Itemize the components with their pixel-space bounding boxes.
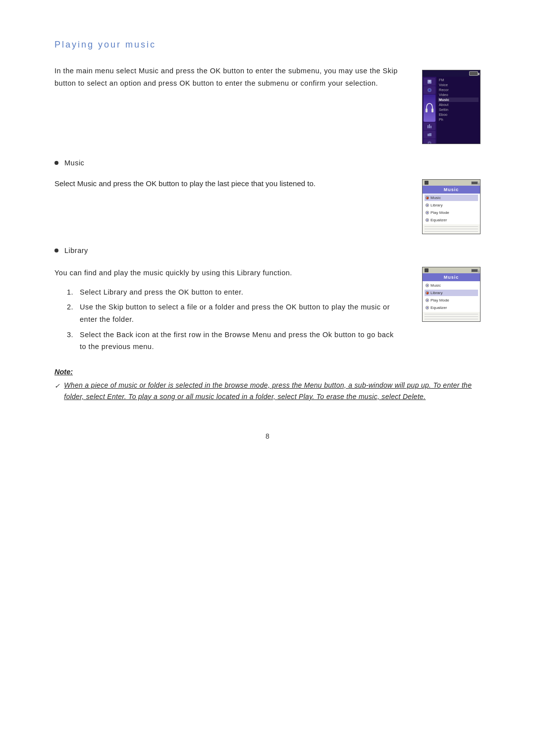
radio2-library-filled — [426, 291, 429, 295]
submenu2-title: Music — [423, 273, 480, 281]
device-icon-folder — [424, 131, 435, 139]
battery-icon-2 — [471, 181, 478, 185]
step-1: 1. Select Library and press the OK butto… — [64, 286, 402, 299]
device-icon-music — [424, 86, 435, 94]
submenu1-item-library: Library — [425, 202, 478, 208]
divider-3 — [425, 231, 478, 232]
submenu2-item-library: Library — [425, 290, 478, 296]
svg-rect-8 — [429, 124, 430, 128]
menu-item-music: Music — [438, 98, 479, 102]
submenu1-item-equalizer: Equalizer — [425, 217, 478, 223]
submenu2-item-music: Music — [425, 282, 478, 289]
device-icon-notes — [424, 78, 435, 86]
svg-point-11 — [428, 142, 431, 145]
divider-6 — [425, 319, 478, 319]
menu-item-settings: Settin — [438, 107, 479, 112]
divider-5 — [425, 316, 478, 317]
device-icon-headphones — [424, 95, 435, 122]
menu-item-ebook: Eboo — [438, 112, 479, 117]
bullet-1-label: Music — [64, 159, 84, 167]
page-title: Playing your music — [54, 40, 481, 50]
note-text: When a piece of music or folder is selec… — [64, 380, 481, 403]
device-icon-eq — [424, 122, 435, 130]
library-steps: 1. Select Library and press the OK butto… — [64, 286, 402, 353]
device-screenshot-main-menu: FM Voice Recor Video Music About Settin … — [422, 70, 481, 144]
bullet-dot-1 — [54, 161, 58, 165]
bullet-section-library: Library — [54, 247, 481, 254]
bullet-section-music: Music — [54, 159, 481, 167]
svg-point-4 — [428, 89, 430, 91]
note-section: Note: ✓ When a piece of music or folder … — [54, 368, 481, 403]
menu-item-fm: FM — [438, 78, 479, 82]
menu-item-phone: Ph — [438, 117, 479, 122]
svg-rect-6 — [431, 108, 433, 112]
music-description: Select Music and press the OK button to … — [54, 179, 402, 188]
radio-music-filled — [426, 196, 429, 200]
bullet-2-label: Library — [64, 247, 88, 254]
submenu1-item-playmode: Play Mode — [425, 209, 478, 216]
radio2-playmode — [426, 299, 429, 302]
radio2-music — [426, 284, 429, 287]
intro-paragraph: In the main menu select Music and press … — [54, 65, 402, 89]
note-label: Note: — [54, 368, 481, 376]
device-small-icon — [425, 181, 428, 185]
svg-rect-9 — [430, 126, 431, 128]
battery-icon — [469, 71, 478, 76]
library-description: You can find and play the music quickly … — [54, 267, 402, 279]
page-number: 8 — [54, 432, 481, 440]
svg-point-10 — [428, 142, 430, 144]
bullet-dot-2 — [54, 249, 58, 252]
step-2: 2. Use the Skip button to select a file … — [64, 301, 402, 325]
device-screenshot-submenu2: Music Music Library Play Mode — [422, 267, 481, 322]
svg-rect-7 — [428, 125, 428, 128]
submenu1-title: Music — [423, 186, 480, 194]
radio-library — [426, 203, 429, 207]
device-screenshot-submenu1: Music Music Library Play Mode — [422, 179, 481, 234]
submenu2-item-equalizer: Equalizer — [425, 304, 478, 311]
divider-4 — [425, 314, 478, 314]
svg-rect-5 — [426, 108, 428, 112]
divider-2 — [425, 229, 478, 229]
radio2-equalizer — [426, 306, 429, 309]
divider-1 — [425, 226, 478, 227]
battery-icon-3 — [471, 269, 478, 272]
device-small-icon-2 — [425, 268, 428, 272]
device-icon-settings — [424, 139, 435, 144]
submenu2-item-playmode: Play Mode — [425, 297, 478, 303]
menu-item-voice: Voice — [438, 83, 479, 87]
radio-playmode — [426, 211, 429, 214]
menu-item-about: About — [438, 102, 479, 107]
menu-item-video: Video — [438, 93, 479, 97]
checkmark-icon: ✓ — [54, 381, 60, 391]
radio-equalizer — [426, 218, 429, 222]
submenu1-item-music: Music — [425, 195, 478, 201]
menu-item-record: Recor — [438, 88, 479, 92]
step-3: 3. Select the Back icon at the first row… — [64, 329, 402, 353]
